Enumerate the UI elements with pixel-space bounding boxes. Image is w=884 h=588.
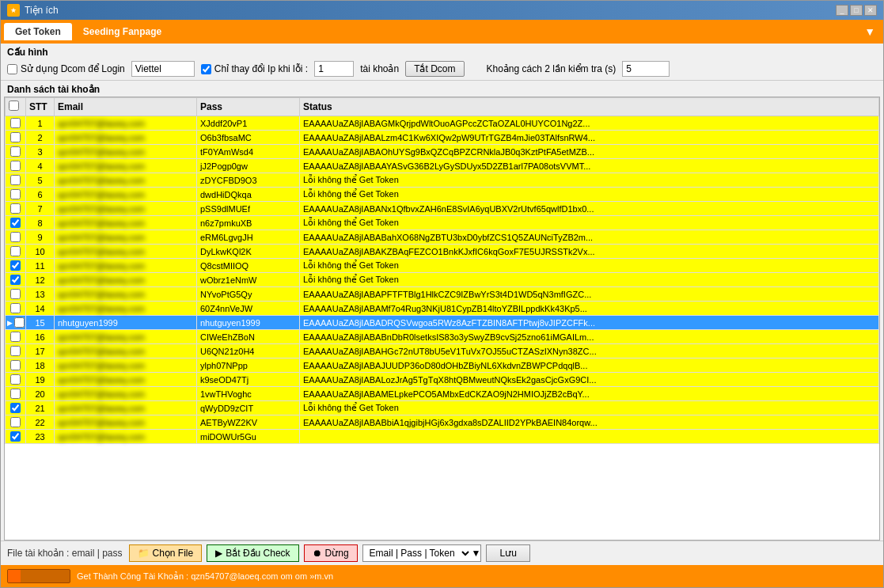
row-pass: qWyDD9zCIT	[197, 401, 300, 415]
change-ip-checkbox[interactable]	[201, 64, 211, 74]
tab-bar: Get Token Seeding Fanpage ▼	[1, 20, 883, 44]
dropdown-arrow-icon: ▼	[472, 548, 481, 559]
row-checkbox[interactable]	[10, 246, 21, 256]
row-pointer	[6, 430, 26, 444]
header-check[interactable]	[6, 98, 26, 116]
row-checkbox[interactable]	[10, 431, 21, 442]
row-checkbox[interactable]	[10, 360, 21, 370]
maximize-button[interactable]: □	[850, 5, 863, 16]
row-checkbox[interactable]	[10, 118, 21, 128]
row-pointer	[6, 188, 26, 202]
row-email: qzn54707@laoeq.com	[55, 202, 197, 216]
row-stt: 1	[26, 116, 55, 131]
row-checkbox[interactable]	[10, 132, 21, 142]
row-checkbox[interactable]	[10, 346, 21, 356]
row-checkbox[interactable]	[10, 417, 21, 427]
row-stt: 10	[26, 245, 55, 259]
row-checkbox[interactable]	[10, 189, 21, 199]
main-window: ★ Tiện ích _ □ ✕ Get Token Seeding Fanpa…	[0, 0, 884, 588]
row-status: EAAAAUaZA8jIABAPFTFTBlg1HlkCZC9IZBwYrS3t…	[300, 287, 879, 302]
row-checkbox[interactable]	[10, 203, 21, 214]
row-status	[300, 430, 879, 444]
row-checkbox[interactable]	[10, 289, 21, 299]
row-stt: 7	[26, 202, 55, 216]
row-email: qzn54707@laoeq.com	[55, 302, 197, 316]
row-checkbox[interactable]	[10, 275, 21, 285]
row-email: qzn54707@laoeq.com	[55, 373, 197, 387]
token-select[interactable]: Email | Pass | Token	[363, 545, 472, 561]
row-pass: jJ2Pogp0gw	[197, 159, 300, 173]
row-stt: 11	[26, 259, 55, 273]
account-list-label: Danh sách tài khoản	[1, 81, 883, 97]
bat-dau-check-button[interactable]: ▶ Bắt Đầu Check	[207, 544, 298, 562]
minimize-button[interactable]: _	[836, 5, 848, 16]
table-row: 10qzn54707@laoeq.comDyLkwKQl2KEAAAAUaZA8…	[6, 245, 879, 259]
row-pointer	[6, 216, 26, 230]
row-stt: 16	[26, 330, 55, 344]
dcom-value-input[interactable]	[131, 61, 195, 77]
row-stt: 13	[26, 287, 55, 302]
row-status: EAAAAUaZA8jIABAAYASvG36B2LyGySDUyx5D2ZB1…	[300, 159, 879, 173]
use-dcom-checkbox[interactable]	[7, 64, 17, 74]
row-pass: pSS9dlMUEf	[197, 202, 300, 216]
row-checkbox[interactable]	[10, 232, 21, 242]
row-stt: 17	[26, 344, 55, 358]
row-email: qzn54707@laoeq.com	[55, 259, 197, 273]
row-pointer	[6, 302, 26, 316]
table-row: 11qzn54707@laoeq.comQ8cstMIIOQLỗi không …	[6, 259, 879, 273]
account-table: STT Email Pass Status 1qzn54707@laoeq.co…	[5, 97, 879, 444]
row-pass: NYvoPtG5Qy	[197, 287, 300, 302]
table-row: 17qzn54707@laoeq.comU6QN21z0H4EAAAAUaZA8…	[6, 344, 879, 358]
khoang-cach-input[interactable]	[622, 61, 670, 77]
row-checkbox[interactable]	[14, 317, 25, 328]
row-pointer	[6, 373, 26, 387]
tab-seeding-fanpage[interactable]: Seeding Fanpage	[72, 23, 173, 40]
row-pass: dwdHiDQkqa	[197, 188, 300, 202]
row-checkbox[interactable]	[10, 175, 21, 185]
table-row: 13qzn54707@laoeq.comNYvoPtG5QyEAAAAUaZA8…	[6, 287, 879, 302]
row-pointer	[6, 131, 26, 145]
footer-bar: File tài khoản : email | pass 📁 Chọn Fil…	[1, 541, 883, 565]
tat-dcom-button[interactable]: Tắt Dcom	[405, 61, 464, 77]
row-checkbox[interactable]	[10, 260, 21, 271]
row-checkbox[interactable]	[10, 374, 21, 385]
table-header-row: STT Email Pass Status	[6, 98, 879, 116]
row-stt: 3	[26, 145, 55, 159]
use-dcom-label[interactable]: Sử dụng Dcom để Login	[7, 63, 125, 74]
select-all-checkbox[interactable]	[9, 101, 19, 111]
row-status: Lỗi không thể Get Token	[300, 188, 879, 202]
row-stt: 19	[26, 373, 55, 387]
header-status: Status	[300, 98, 879, 116]
row-checkbox[interactable]	[10, 303, 21, 313]
close-button[interactable]: ✕	[864, 5, 877, 16]
table-row: 4qzn54707@laoeq.comjJ2Pogp0gwEAAAAUaZA8j…	[6, 159, 879, 173]
row-status: Lỗi không thể Get Token	[300, 401, 879, 415]
row-pointer: ▶	[6, 316, 26, 330]
row-email: qzn54707@laoeq.com	[55, 287, 197, 302]
khoang-cach-spinner[interactable]	[622, 61, 670, 77]
table-row: 9qzn54707@laoeq.comeRM6LgvgJHEAAAAUaZA8j…	[6, 230, 879, 245]
row-email: qzn54707@laoeq.com	[55, 173, 197, 188]
row-pass: ylph07NPpp	[197, 358, 300, 373]
row-pointer	[6, 259, 26, 273]
row-pass: AETByWZ2KV	[197, 415, 300, 430]
luu-button[interactable]: Lưu	[486, 544, 529, 562]
dung-button[interactable]: ⏺ Dừng	[304, 544, 358, 562]
row-checkbox[interactable]	[10, 146, 21, 157]
row-checkbox[interactable]	[10, 218, 21, 228]
change-ip-input[interactable]	[314, 61, 354, 77]
progress-bar-outer	[7, 569, 70, 583]
row-checkbox[interactable]	[10, 161, 21, 171]
row-stt: 20	[26, 387, 55, 401]
row-stt: 22	[26, 415, 55, 430]
account-table-container[interactable]: STT Email Pass Status 1qzn54707@laoeq.co…	[4, 97, 880, 541]
tab-get-token[interactable]: Get Token	[4, 23, 72, 40]
token-select-wrap[interactable]: Email | Pass | Token ▼	[362, 544, 482, 562]
row-checkbox[interactable]	[10, 389, 21, 399]
chon-file-button[interactable]: 📁 Chọn File	[129, 544, 203, 562]
row-checkbox[interactable]	[10, 332, 21, 342]
change-ip-spinner[interactable]	[314, 61, 354, 77]
progress-text: Get Thành Công Tài Khoản : qzn54707@laoe…	[77, 571, 877, 582]
row-pointer	[6, 415, 26, 430]
row-checkbox[interactable]	[10, 403, 21, 413]
